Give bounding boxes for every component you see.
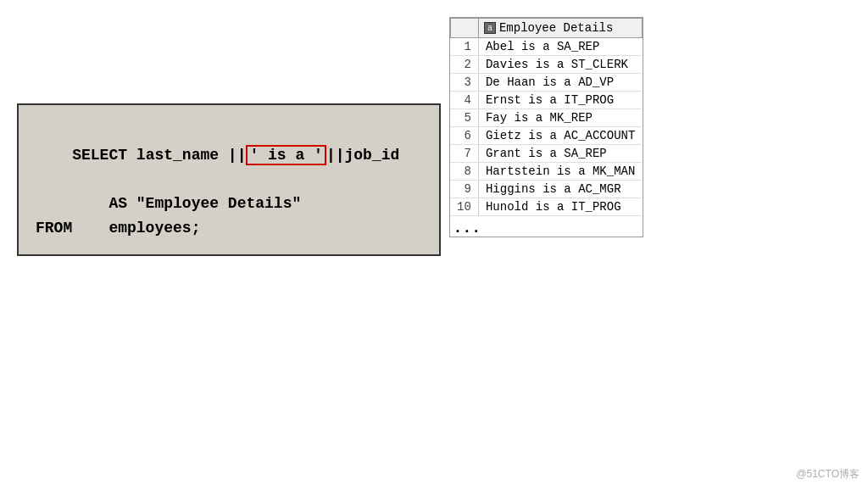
sql-block: SELECT last_name ||' is a '||job_id AS "… bbox=[17, 103, 441, 256]
row-number: 8 bbox=[450, 163, 478, 181]
table-row: 4Ernst is a IT_PROG bbox=[450, 92, 642, 109]
table-row: 5Fay is a MK_REP bbox=[450, 109, 642, 127]
row-value: Davies is a ST_CLERK bbox=[478, 56, 642, 74]
ellipsis: ... bbox=[450, 220, 643, 237]
table-row: 7Grant is a SA_REP bbox=[450, 145, 642, 163]
row-number: 2 bbox=[450, 56, 478, 74]
table-header-row: aEmployee Details bbox=[450, 19, 642, 38]
sql-line-1: SELECT last_name ||' is a '||job_id bbox=[36, 119, 422, 192]
row-value: Ernst is a IT_PROG bbox=[478, 92, 642, 109]
table-row: 8Hartstein is a MK_MAN bbox=[450, 163, 642, 181]
row-value: De Haan is a AD_VP bbox=[478, 74, 642, 92]
table-row: 1Abel is a SA_REP bbox=[450, 38, 642, 56]
row-value: Gietz is a AC_ACCOUNT bbox=[478, 127, 642, 145]
sql-highlight: ' is a ' bbox=[246, 145, 326, 165]
row-number: 10 bbox=[450, 198, 478, 216]
row-value: Higgins is a AC_MGR bbox=[478, 181, 642, 198]
table-row: 2Davies is a ST_CLERK bbox=[450, 56, 642, 74]
result-table: aEmployee Details 1Abel is a SA_REP2Davi… bbox=[450, 18, 643, 216]
row-value: Fay is a MK_REP bbox=[478, 109, 642, 127]
row-value: Hunold is a IT_PROG bbox=[478, 198, 642, 216]
row-number: 7 bbox=[450, 145, 478, 163]
row-value: Abel is a SA_REP bbox=[478, 38, 642, 56]
sql-select-pre: SELECT last_name || bbox=[72, 147, 246, 164]
table-row: 9Higgins is a AC_MGR bbox=[450, 181, 642, 198]
sql-select-post: ||job_id bbox=[326, 147, 399, 164]
row-number: 1 bbox=[450, 38, 478, 56]
row-number: 6 bbox=[450, 127, 478, 145]
table-row: 6Gietz is a AC_ACCOUNT bbox=[450, 127, 642, 145]
row-number: 5 bbox=[450, 109, 478, 127]
watermark: @51CTO博客 bbox=[796, 467, 860, 482]
column-icon: a bbox=[484, 22, 496, 34]
table-row: 10Hunold is a IT_PROG bbox=[450, 198, 642, 216]
employee-details-header: aEmployee Details bbox=[478, 19, 642, 38]
sql-line-3: FROM employees; bbox=[36, 216, 422, 241]
row-number: 9 bbox=[450, 181, 478, 198]
sql-line-2: AS "Employee Details" bbox=[36, 192, 422, 216]
result-container: aEmployee Details 1Abel is a SA_REP2Davi… bbox=[449, 17, 643, 237]
row-number: 3 bbox=[450, 74, 478, 92]
row-value: Hartstein is a MK_MAN bbox=[478, 163, 642, 181]
table-row: 3De Haan is a AD_VP bbox=[450, 74, 642, 92]
row-value: Grant is a SA_REP bbox=[478, 145, 642, 163]
row-number: 4 bbox=[450, 92, 478, 109]
row-num-header bbox=[450, 19, 478, 38]
